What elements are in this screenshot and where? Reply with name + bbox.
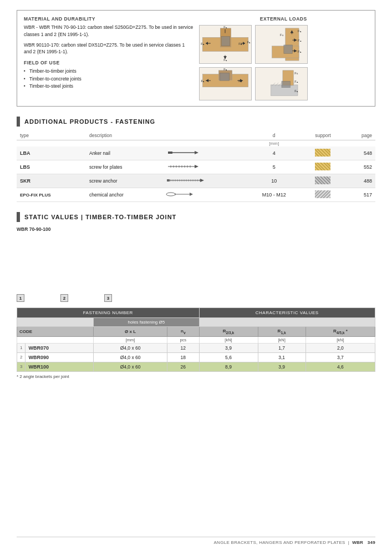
external-loads-label: EXTERNAL LOADS <box>199 16 369 22</box>
row-support-lbs <box>302 160 344 174</box>
svg-rect-52 <box>168 152 172 154</box>
static-table: FASTENING NUMBER CHARACTERISTIC VALUES h… <box>17 307 375 372</box>
static-values-section: STATIC VALUES | TIMBER-TO-TIMBER JOINT W… <box>0 212 392 379</box>
row-dxl-3: Ø4,0 x 60 <box>94 362 167 371</box>
row-support-skr <box>302 174 344 188</box>
col-type: type <box>17 131 86 140</box>
svg-marker-63 <box>195 165 198 168</box>
unit-mm: [mm] <box>94 336 167 343</box>
table-row: 2 WBR090 Ø4,0 x 60 18 5,6 3,1 3,7 <box>17 352 375 362</box>
row-r45k-1: 2,0 <box>306 343 375 352</box>
support-mixed-icon <box>315 190 330 198</box>
svg-text:F₁: F₁ <box>298 50 302 53</box>
static-table-group-header: FASTENING NUMBER CHARACTERISTIC VALUES <box>17 308 375 318</box>
row-d-lbs: 5 <box>246 160 302 174</box>
footnote: * 2 angle brackets per joint <box>17 374 375 379</box>
table-row: 1 WBR070 Ø4,0 x 60 12 3,9 1,7 2,0 <box>17 343 375 352</box>
diagram-badge-3: 3 <box>104 294 112 302</box>
col-description: description <box>86 131 162 140</box>
static-unit-row: [mm] pcs [kN] [kN] [kN] <box>17 336 375 343</box>
load-diagrams-row1: F₁ F₁ F₂ F₃ F₁ <box>199 25 308 64</box>
row-icon-lba <box>162 147 246 160</box>
unit-empty <box>17 336 94 343</box>
row-type-skr: SKR <box>17 174 86 188</box>
row-code-2: WBR090 <box>26 352 94 362</box>
row-nv-1: 12 <box>167 343 199 352</box>
row-r23k-1: 3,9 <box>199 343 258 352</box>
section-bar-icon <box>17 117 20 127</box>
load-diagram-3: F₂ F₂ F₃ <box>199 67 252 100</box>
table-row: LBA Anker nail 4 548 <box>17 147 375 160</box>
products-table-header: type description d support page <box>17 131 375 140</box>
field-of-use: FIELD OF USE Timber-to-timber joints Tim… <box>24 60 194 90</box>
row-r23k-3: 8,9 <box>199 362 258 371</box>
row-r23k-2: 5,6 <box>199 352 258 362</box>
svg-text:F₁: F₁ <box>247 41 251 44</box>
load-diagram-4: F₈ F₄ F₁ <box>255 67 308 100</box>
field-item-1: Timber-to-timber joints <box>24 68 194 75</box>
svg-marker-80 <box>200 179 204 182</box>
row-desc-lba: Anker nail <box>86 147 162 160</box>
row-d-skr: 10 <box>246 174 302 188</box>
col-nv: nv <box>167 327 199 337</box>
svg-text:F₁: F₁ <box>223 58 227 62</box>
table-row: EPO-FIX PLUS chemical anchor M10 - M12 5… <box>17 188 375 202</box>
row-support-epo <box>302 188 344 202</box>
wbr-subtitle: WBR 70-90-100 <box>17 226 375 232</box>
svg-text:F₄: F₄ <box>298 39 302 42</box>
products-table: type description d support page [mm] LBA… <box>17 131 375 202</box>
page-footer: ANGLE BRACKETS, HANGERS AND PERFORATED P… <box>17 537 375 545</box>
row-support-lba <box>302 147 344 160</box>
holes-label: holes fastening Ø5 <box>94 318 199 327</box>
svg-marker-84 <box>190 193 193 196</box>
section-bar-static-icon <box>17 212 20 222</box>
row-page-lba: 548 <box>344 147 375 160</box>
col-page: page <box>344 131 375 140</box>
material-section: MATERIAL AND DURABILITY WBR - WBR THIN 7… <box>24 16 194 100</box>
static-table-wrap: FASTENING NUMBER CHARACTERISTIC VALUES h… <box>17 307 375 372</box>
diagram-area: 1 2 3 <box>17 235 375 307</box>
row-page-skr: 488 <box>344 174 375 188</box>
material-text1: WBR - WBR THIN 70-90-110: carbon steel S… <box>24 24 194 38</box>
load-diagram-1: F₁ F₁ F₂ F₃ F₁ <box>199 25 252 64</box>
svg-text:F₃: F₃ <box>238 42 242 46</box>
field-item-2: Timber-to-concrete joints <box>24 75 194 83</box>
svg-text:F₈: F₈ <box>280 33 284 37</box>
row-code-1: WBR070 <box>26 343 94 352</box>
support-wood-icon2 <box>315 163 330 170</box>
col-icon <box>162 131 246 140</box>
row-desc-skr: screw anchor <box>86 174 162 188</box>
svg-text:F₄: F₄ <box>294 80 298 83</box>
svg-text:F₁: F₁ <box>223 26 227 29</box>
col-code: CODE <box>17 327 94 337</box>
row-dxl-2: Ø4,0 x 60 <box>94 352 167 362</box>
svg-rect-64 <box>167 179 170 181</box>
row-code-3: WBR100 <box>26 362 94 371</box>
load-diagrams-row2: F₂ F₂ F₃ <box>199 67 308 100</box>
row-nv-3: 26 <box>167 362 199 371</box>
col-support: support <box>302 131 344 140</box>
static-values-title: STATIC VALUES | TIMBER-TO-TIMBER JOINT <box>24 214 176 220</box>
diagram-number-badges: 1 2 3 <box>17 294 112 302</box>
additional-products-title: ADDITIONAL PRODUCTS - FASTENING <box>24 118 155 125</box>
products-unit-row: [mm] <box>17 140 375 147</box>
unit-mm: [mm] <box>246 140 302 147</box>
row-type-epo: EPO-FIX PLUS <box>17 188 86 202</box>
support-wood-icon <box>315 149 330 157</box>
row-r1k-1: 1,7 <box>258 343 306 352</box>
row-type-lba: LBA <box>17 147 86 160</box>
row-num-3: 3 <box>17 362 26 371</box>
support-concrete-icon <box>315 176 330 184</box>
field-label: FIELD OF USE <box>24 60 194 65</box>
col-dxl: Ø x L <box>94 327 167 337</box>
table-row: LBS screw for plates 5 <box>17 160 375 174</box>
row-dxl-1: Ø4,0 x 60 <box>94 343 167 352</box>
svg-rect-47 <box>281 81 289 88</box>
table-row: 3 WBR100 Ø4,0 x 60 26 8,9 3,9 4,6 <box>17 362 375 371</box>
row-icon-skr <box>162 174 246 188</box>
row-nv-2: 18 <box>167 352 199 362</box>
diagram-badge-1: 1 <box>17 294 24 302</box>
svg-rect-17 <box>283 45 292 54</box>
row-r45k-2: 3,7 <box>306 352 375 362</box>
row-r1k-2: 3,1 <box>258 352 306 362</box>
